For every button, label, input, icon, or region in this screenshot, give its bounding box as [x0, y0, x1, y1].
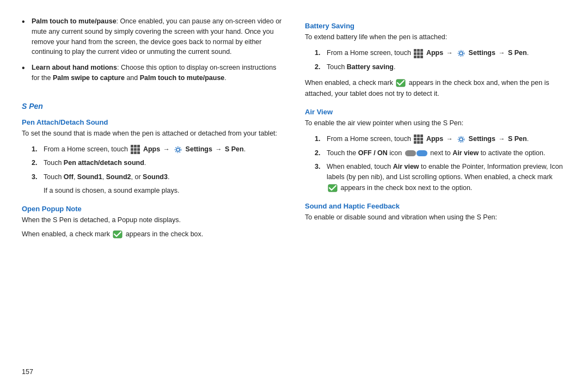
list-item: 2. Touch the OFF / ON icon next to Air v… [315, 148, 566, 158]
step-num: 3. [315, 162, 327, 172]
learn-hand-text: Learn about hand motions: Choose this op… [32, 63, 283, 83]
sound1-label: Sound1 [77, 173, 102, 181]
list-item: 3. Touch Off, Sound1, Sound2, or Sound3. [32, 172, 283, 182]
settings-gear-icon [174, 145, 182, 154]
arrow-icon: → [215, 145, 222, 153]
bullet-dot: • [22, 16, 29, 28]
air-view-steps: 1. From a Home screen, touch Apps → Sett… [315, 134, 566, 197]
apps-grid-icon [414, 134, 423, 144]
left-column: • Palm touch to mute/pause: Once enabled… [22, 16, 283, 376]
bullet-section: • Palm touch to mute/pause: Once enabled… [22, 16, 283, 89]
step-num: 3. [32, 172, 44, 182]
arrow-icon: → [446, 49, 453, 57]
battery-intro: To extend battery life when the pen is a… [305, 32, 566, 42]
sound-haptic-intro: To enable or disable sound and vibration… [305, 212, 566, 223]
learn-hand-boldmid: Palm swipe to capture [53, 74, 125, 82]
air-view-label: Air view [452, 149, 479, 157]
learn-hand-boldend: Palm touch to mute/pause [140, 74, 225, 82]
step-num: 1. [315, 134, 327, 144]
step-bold: Pen attach/detach sound [64, 159, 144, 167]
svg-point-3 [460, 52, 463, 55]
list-item: 2. Touch Battery saving. [315, 62, 566, 72]
spen-label: S Pen [225, 145, 244, 153]
step-content: Touch Battery saving. [327, 62, 566, 72]
list-item: 3. When enabled, touch Air view to enabl… [315, 162, 566, 193]
spen-label: S Pen [508, 49, 527, 57]
list-item: 1. From a Home screen, touch Apps → Sett… [315, 134, 566, 144]
settings-label: Settings [469, 135, 495, 143]
battery-saving-bold: Battery saving [347, 63, 394, 71]
page-container: • Palm touch to mute/pause: Once enabled… [0, 0, 588, 392]
arrow-icon: → [163, 145, 170, 153]
pen-attach-steps: 1. From a Home screen, touch Apps → Sett… [32, 144, 283, 200]
check-mark-icon [328, 184, 338, 192]
step-content: When enabled, touch Air view to enable t… [327, 162, 566, 193]
apps-label: Apps [143, 145, 160, 153]
step-num: 1. [315, 48, 327, 58]
svg-point-4 [458, 51, 464, 57]
settings-label: Settings [186, 145, 212, 153]
spen-section-title: S Pen [22, 102, 283, 111]
sound-haptic-title: Sound and Haptic Feedback [305, 202, 566, 210]
pen-attach-title: Pen Attach/Detach Sound [22, 118, 283, 126]
battery-saving-title: Battery Saving [305, 22, 566, 30]
sound2-label: Sound2 [106, 173, 131, 181]
step-content: From a Home screen, touch Apps → Setting… [327, 48, 566, 58]
svg-point-0 [176, 148, 180, 151]
list-item: • Learn about hand motions: Choose this … [22, 63, 283, 83]
learn-hand-rest3: . [224, 74, 226, 82]
step-content: From a Home screen, touch Apps → Setting… [327, 134, 566, 144]
step-content: Touch Off, Sound1, Sound2, or Sound3. [44, 172, 283, 182]
step-num: 1. [32, 144, 44, 155]
step-content: If a sound is chosen, a sound example pl… [44, 186, 283, 196]
apps-label: Apps [426, 135, 443, 143]
list-item: 2. Touch Pen attach/detach sound. [32, 158, 283, 168]
step-content: Touch the OFF / ON icon next to Air view… [327, 148, 566, 158]
air-view-bold: Air view [393, 163, 419, 170]
toggle-icon [405, 150, 427, 156]
list-item: If a sound is chosen, a sound example pl… [32, 186, 283, 196]
svg-point-1 [175, 146, 181, 152]
battery-note: When enabled, a check mark appears in th… [305, 78, 566, 99]
svg-point-7 [458, 136, 464, 142]
step-num: 2. [315, 148, 327, 158]
check-mark-icon [396, 79, 406, 87]
check-mark-icon [113, 230, 122, 238]
spen-label: S Pen [508, 135, 527, 143]
apps-grid-icon [414, 49, 423, 58]
bullet-dot: • [22, 63, 29, 74]
learn-hand-rest2: and [125, 74, 140, 82]
palm-mute-text: Palm touch to mute/pause: Once enabled, … [32, 16, 283, 57]
step-num: 2. [315, 62, 327, 72]
sound3-label: Sound3 [143, 173, 168, 181]
apps-grid-icon [131, 145, 140, 154]
list-item: 1. From a Home screen, touch Apps → Sett… [315, 48, 566, 58]
settings-label: Settings [469, 49, 495, 57]
arrow-icon: → [498, 49, 505, 57]
step-num: 2. [32, 158, 44, 168]
apps-label: Apps [426, 49, 443, 57]
learn-hand-bold: Learn about hand motions [32, 64, 117, 71]
list-item: 1. From a Home screen, touch Apps → Sett… [32, 144, 283, 155]
battery-steps: 1. From a Home screen, touch Apps → Sett… [315, 48, 566, 76]
palm-mute-bold: Palm touch to mute/pause [32, 17, 117, 25]
off-label: Off [64, 173, 74, 181]
open-popup-title: Open Popup Note [22, 205, 283, 213]
settings-gear-icon [457, 49, 465, 58]
settings-gear-icon [457, 135, 465, 144]
svg-point-6 [460, 138, 463, 141]
page-number: 157 [22, 368, 283, 376]
air-view-title: Air View [305, 108, 566, 116]
toggle-on-part [416, 150, 427, 156]
air-view-intro: To enable the air view pointer when usin… [305, 118, 566, 128]
step-content: From a Home screen, touch Apps → Setting… [44, 144, 283, 155]
step-content: Touch Pen attach/detach sound. [44, 158, 283, 168]
open-popup-text1: When the S Pen is detached, a Popup note… [22, 215, 283, 225]
arrow-icon: → [498, 135, 505, 143]
arrow-icon: → [446, 135, 453, 143]
right-column: Battery Saving To extend battery life wh… [305, 16, 566, 376]
toggle-off-part [405, 150, 416, 156]
off-on-label: OFF / ON [358, 149, 388, 157]
open-popup-text2: When enabled, a check mark appears in th… [22, 229, 283, 240]
list-item: • Palm touch to mute/pause: Once enabled… [22, 16, 283, 57]
